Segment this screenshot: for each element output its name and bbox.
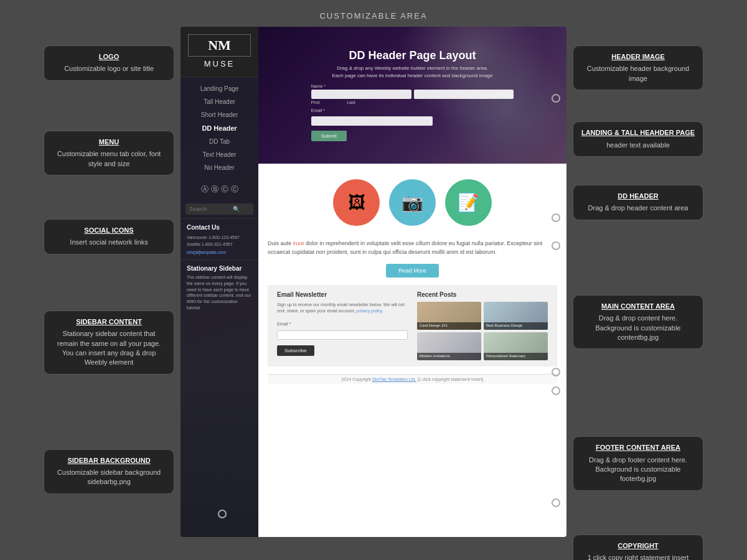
highlight-irure: irure — [293, 240, 304, 246]
stationary-title: Stationary Sidebar — [187, 265, 252, 272]
facebook-icon[interactable]: Ⓐ — [201, 184, 209, 195]
post-thumb-1[interactable]: Card Design 101 — [417, 302, 481, 330]
stationary-section: Stationary Sidebar The sidebar content w… — [181, 259, 258, 316]
nav-item-landing[interactable]: Landing Page — [181, 82, 258, 95]
connector-circle-5 — [552, 386, 560, 395]
logo-ann-title: LOGO — [52, 52, 166, 62]
contact-line-1: Vancouver 1-800-123-4567 — [187, 235, 252, 241]
privacy-policy-link[interactable]: privacy policy. — [356, 309, 383, 313]
footer-ann-title: FOOTER CONTENT AREA — [581, 443, 695, 452]
nav-item-short[interactable]: Short Header — [181, 108, 258, 121]
menu-ann-title: MENU — [52, 138, 166, 147]
social-annotation: SOCIAL ICONS Insert social network links — [44, 219, 174, 254]
right-annotations-panel: HEADER IMAGE Customizable header backgro… — [573, 27, 703, 560]
post-label-4: Personalized Stationary — [484, 353, 548, 360]
search-input[interactable] — [189, 206, 233, 212]
landing-tall-annotation: LANDING & TALL HEAHDER PAGE header text … — [573, 121, 703, 157]
main-content-ann-title: MAIN CONTENT AREA — [581, 302, 695, 311]
connector-circle-7 — [218, 510, 227, 518]
copyright-bar: 2014 Copyright DiviTag Templates Ltd. {1… — [268, 374, 557, 384]
recent-posts-title: Recent Posts — [417, 291, 548, 298]
subscribe-button[interactable]: Subscribe — [277, 345, 314, 356]
landing-tall-ann-title: LANDING & TALL HEAHDER PAGE — [581, 128, 695, 138]
contact-section: Contact Us Vancouver 1-800-123-4567 Seat… — [181, 218, 258, 259]
footer-ann-desc: Drag & drop footer content here. Backgro… — [589, 456, 687, 483]
search-icon: 🔍 — [233, 206, 240, 212]
page-title: CUSTOMIZABLE AREA — [0, 0, 747, 27]
social-icons-row: Ⓐ Ⓑ Ⓒ Ⓒ — [181, 179, 258, 200]
bg-scene: NM MUSE Landing Page Tall Header Short H… — [181, 27, 566, 537]
header-title: DD Header Page Layout — [349, 49, 476, 62]
sidebar-bg-ann-desc: Customizable sidebar background sidebarb… — [57, 469, 161, 485]
dd-header-ann-title: DD HEADER — [581, 192, 695, 201]
read-more-button[interactable]: Read More — [386, 264, 439, 278]
copyright-link[interactable]: DiviTag Templates Ltd. — [372, 377, 416, 381]
twitter-icon[interactable]: Ⓑ — [211, 184, 218, 195]
menu-annotation: MENU Customizable menu tab color, font s… — [44, 131, 174, 175]
nav-item-dd-tab[interactable]: DD Tab — [181, 135, 258, 148]
social-ann-title: SOCIAL ICONS — [52, 226, 166, 235]
logo-annotation: LOGO Customizable logo or site title — [44, 45, 174, 81]
stationary-text: The sidebar content will display the sam… — [187, 274, 252, 311]
website-mockup: NM MUSE Landing Page Tall Header Short H… — [181, 27, 566, 537]
contact-email[interactable]: info[at]template.com — [187, 250, 252, 254]
submit-button[interactable]: Submit — [311, 131, 347, 141]
form-email-group: Email * — [311, 108, 514, 126]
header-image-annotation: HEADER IMAGE Customizable header backgro… — [573, 45, 703, 90]
form-name-row: Name * First Last — [311, 84, 514, 106]
nav-item-no[interactable]: No Header — [181, 161, 258, 174]
copyright-ann-title: COPYRIGHT — [581, 541, 695, 551]
search-bar: 🔍 — [186, 203, 253, 215]
first-name-input[interactable] — [311, 90, 411, 99]
body-text: Duis aute irure dolor in reprehenderit i… — [268, 240, 557, 256]
connector-circle-3 — [552, 241, 560, 250]
body-content: 🖼 📷 📝 Duis aute irure dolor in reprehend… — [258, 164, 566, 537]
post-thumb-3[interactable]: Modern Invitations — [417, 332, 481, 360]
connector-circle-4 — [552, 368, 560, 376]
form-name-label: Name * — [311, 84, 514, 88]
post-label-2: Best Business Design — [484, 322, 548, 330]
nav-item-tall[interactable]: Tall Header — [181, 95, 258, 108]
google-icon[interactable]: Ⓒ — [231, 184, 238, 195]
post-label-1: Card Design 101 — [417, 322, 481, 330]
pinterest-icon[interactable]: Ⓒ — [221, 184, 228, 195]
connector-circle-6 — [552, 498, 560, 507]
dd-header-annotation: DD HEADER Drag & drop header content are… — [573, 185, 703, 220]
footer-annotation: FOOTER CONTENT AREA Drag & drop footer c… — [573, 436, 703, 491]
circle-icon-1: 🖼 — [333, 179, 380, 226]
circle-icon-3: 📝 — [445, 179, 492, 226]
nav-item-text[interactable]: Text Header — [181, 148, 258, 161]
contact-line-2: Seattle 1-800-321-4567 — [187, 241, 252, 248]
header-subtitle: Drag & drop any Weebly website builder e… — [332, 65, 493, 78]
newsletter-title: Email Newsletter — [277, 291, 408, 298]
email-input[interactable] — [311, 116, 433, 126]
copyright-ann-desc: 1 click copy right statement insert — [588, 554, 689, 560]
post-thumb-2[interactable]: Best Business Design — [484, 302, 548, 330]
main-content-area: DD Header Page Layout Drag & drop any We… — [258, 27, 566, 537]
sidebar-content-annotation: SIDEBAR CONTENT Stationary sidebar conte… — [44, 310, 174, 375]
sidebar-bg-annotation: SIDEBAR BACKGROUND Customizable sidebar … — [44, 449, 174, 494]
first-label: First — [311, 100, 320, 105]
main-content-ann-desc: Drag & drop content here. Background is … — [596, 314, 681, 341]
social-ann-desc: Insert social network links — [70, 238, 148, 246]
dd-header-ann-desc: Drag & drop header content area — [588, 204, 688, 212]
recent-posts-grid: Card Design 101 Best Business Design Mod… — [417, 302, 548, 360]
logo-icon: NM — [188, 34, 251, 57]
footer-email-label: Email * — [277, 322, 291, 326]
main-content-annotation: MAIN CONTENT AREA Drag & drop content he… — [573, 295, 703, 350]
recent-posts-section: Recent Posts Card Design 101 Best Busine… — [417, 291, 548, 360]
nav-menu: Landing Page Tall Header Short Header DD… — [181, 77, 258, 179]
post-thumb-4[interactable]: Personalized Stationary — [484, 332, 548, 360]
last-name-input[interactable] — [414, 90, 514, 99]
icons-row: 🖼 📷 📝 — [268, 173, 557, 232]
form-email-row: Email * — [311, 108, 514, 126]
sidebar-bg-ann-title: SIDEBAR BACKGROUND — [52, 456, 166, 465]
circle-icon-2: 📷 — [389, 179, 436, 226]
menu-ann-desc: Customizable menu tab color, font style … — [57, 150, 161, 167]
sidebar-content-ann-desc: Stationary sidebar content that remain t… — [57, 330, 161, 366]
footer-content: Email Newsletter Sign up to receive our … — [268, 285, 557, 366]
newsletter-text: Sign up to receive our monthly email new… — [277, 302, 408, 314]
newsletter-email-input[interactable] — [277, 330, 408, 340]
header-section: DD Header Page Layout Drag & drop any We… — [258, 27, 566, 164]
nav-item-dd-header[interactable]: DD Header — [181, 121, 258, 135]
